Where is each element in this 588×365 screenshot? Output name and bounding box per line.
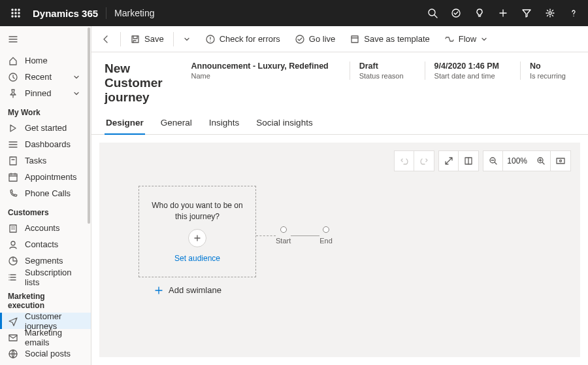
sidebar-item-social-posts[interactable]: Social posts <box>0 345 91 362</box>
svg-rect-27 <box>557 158 564 164</box>
add-audience-button[interactable] <box>188 229 206 247</box>
tab-general[interactable]: General <box>159 113 193 134</box>
svg-point-4 <box>15 12 16 14</box>
dropzone-question: Who do you want to be on this journey? <box>139 200 255 222</box>
svg-point-7 <box>15 16 16 17</box>
sidebar-item-label: Home <box>25 56 48 65</box>
save-button[interactable]: Save <box>125 29 169 49</box>
sidebar-item-label: Tasks <box>25 156 46 165</box>
sidebar-item-label: Phone Calls <box>25 188 71 198</box>
meta-recurring: NoIs recurring <box>520 61 575 80</box>
tab-designer[interactable]: Designer <box>105 113 145 134</box>
meta-start: 9/4/2020 1:46 PMStart date and time <box>425 61 508 80</box>
zoom-out-button[interactable] <box>483 151 503 171</box>
redo-button[interactable] <box>414 151 434 171</box>
lightbulb-icon[interactable] <box>468 0 491 26</box>
undo-button[interactable] <box>395 151 414 171</box>
brand-name: Dynamics 365 <box>33 8 98 19</box>
brand-separator <box>106 7 106 19</box>
hamburger-icon[interactable] <box>0 26 26 52</box>
svg-rect-23 <box>351 36 358 43</box>
chevron-down-icon <box>73 73 83 81</box>
sidebar: Home Recent Pinned My Work Get started D… <box>0 26 91 365</box>
flow-button[interactable]: Flow <box>439 29 493 49</box>
add-swimlane-button[interactable]: Add swimlane <box>154 285 221 295</box>
sidebar-section-customers: Customers <box>0 201 91 220</box>
gear-icon[interactable] <box>538 0 562 26</box>
svg-rect-13 <box>10 157 16 165</box>
record-header: New Customer journey Announcement - Luxu… <box>91 52 588 113</box>
set-audience-link[interactable]: Set audience <box>174 254 220 263</box>
svg-point-5 <box>18 12 20 14</box>
sidebar-item-contacts[interactable]: Contacts <box>0 236 91 252</box>
sidebar-section-mywork: My Work <box>0 101 91 120</box>
designer-canvas[interactable]: 100% Who do you want to be on this journ… <box>99 143 580 357</box>
chevron-down-icon <box>480 35 488 43</box>
check-errors-button[interactable]: Check for errors <box>200 29 286 49</box>
sidebar-item-pinned[interactable]: Pinned <box>0 85 91 101</box>
back-button[interactable] <box>95 29 116 49</box>
sidebar-item-subscription-lists[interactable]: Subscription lists <box>0 269 91 285</box>
go-live-button[interactable]: Go live <box>289 29 340 49</box>
svg-point-8 <box>18 16 20 17</box>
add-icon[interactable] <box>491 0 515 26</box>
help-icon[interactable] <box>562 0 585 26</box>
sidebar-item-label: Get started <box>25 123 67 133</box>
search-icon[interactable] <box>421 0 444 26</box>
cmd-label: Flow <box>459 34 476 44</box>
save-dropdown-button[interactable] <box>178 29 196 49</box>
map-button[interactable] <box>459 151 478 171</box>
sidebar-item-label: Subscription lists <box>25 268 83 287</box>
audience-dropzone[interactable]: Who do you want to be on this journey? S… <box>139 186 256 277</box>
svg-point-16 <box>11 241 15 245</box>
tab-insights[interactable]: Insights <box>208 113 241 134</box>
sidebar-item-home[interactable]: Home <box>0 52 91 69</box>
page-title: New Customer journey <box>105 61 171 105</box>
sidebar-item-label: Contacts <box>25 239 58 249</box>
end-node[interactable]: End <box>319 226 333 245</box>
app-name: Marketing <box>114 8 154 18</box>
sidebar-item-customer-journeys[interactable]: Customer journeys <box>0 313 91 329</box>
sidebar-item-marketing-emails[interactable]: Marketing emails <box>0 329 91 345</box>
sidebar-item-recent[interactable]: Recent <box>0 69 91 85</box>
start-node[interactable]: Start <box>276 226 291 245</box>
sidebar-section-marketing: Marketing execution <box>0 285 91 313</box>
svg-point-11 <box>549 12 551 14</box>
sidebar-item-label: Appointments <box>25 172 77 182</box>
sidebar-item-label: Accounts <box>25 223 59 233</box>
save-as-template-button[interactable]: Save as template <box>344 29 434 49</box>
sidebar-item-accounts[interactable]: Accounts <box>0 220 91 236</box>
app-launcher-icon[interactable] <box>3 0 29 26</box>
svg-point-9 <box>429 9 435 16</box>
sidebar-item-tasks[interactable]: Tasks <box>0 152 91 169</box>
expand-button[interactable] <box>439 151 459 171</box>
meta-name: Announcement - Luxury, RedefinedName <box>182 61 338 80</box>
fit-button[interactable] <box>551 151 570 171</box>
tab-social-insights[interactable]: Social insights <box>255 113 314 134</box>
zoom-level: 100% <box>503 151 531 171</box>
sidebar-item-appointments[interactable]: Appointments <box>0 169 91 185</box>
sidebar-item-segments[interactable]: Segments <box>0 252 91 269</box>
sidebar-item-get-started[interactable]: Get started <box>0 120 91 136</box>
sidebar-item-label: Recent <box>25 72 52 82</box>
svg-point-28 <box>560 160 562 162</box>
svg-point-0 <box>12 9 13 10</box>
sidebar-item-label: Segments <box>25 256 63 266</box>
sidebar-item-phone-calls[interactable]: Phone Calls <box>0 185 91 201</box>
svg-point-2 <box>18 9 20 10</box>
add-swimlane-label: Add swimlane <box>169 285 221 295</box>
connector <box>291 235 319 236</box>
sidebar-item-label: Dashboards <box>25 139 71 149</box>
connector <box>256 235 276 236</box>
svg-point-22 <box>296 35 304 43</box>
filter-icon[interactable] <box>515 0 538 26</box>
svg-rect-14 <box>9 174 17 181</box>
sidebar-item-dashboards[interactable]: Dashboards <box>0 136 91 152</box>
journey-flow: Start End <box>256 226 333 245</box>
task-icon[interactable] <box>444 0 468 26</box>
command-bar: Save Check for errors Go live Save as te… <box>91 26 588 52</box>
sidebar-item-label: Marketing emails <box>25 328 83 347</box>
zoom-in-button[interactable] <box>531 151 551 171</box>
sidebar-item-label: Pinned <box>25 88 51 98</box>
svg-point-6 <box>12 16 13 17</box>
